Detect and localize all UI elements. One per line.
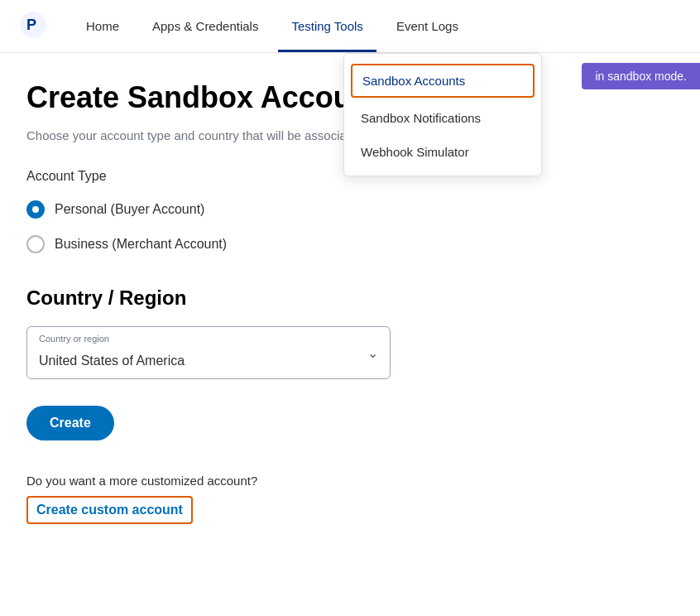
sandbox-mode-badge: in sandbox mode. (582, 63, 700, 89)
testing-tools-dropdown: Sandbox Accounts Sandbox Notifications W… (343, 53, 542, 176)
custom-account-link-wrapper: Create custom account (26, 496, 193, 524)
country-region-title: Country / Region (26, 286, 674, 310)
dropdown-item-sandbox-notifications[interactable]: Sandbox Notifications (344, 101, 541, 135)
radio-business[interactable]: Business (Merchant Account) (26, 235, 674, 253)
nav-item-event-logs[interactable]: Event Logs (383, 0, 472, 52)
radio-personal-label: Personal (Buyer Account) (55, 202, 204, 217)
radio-personal-circle (26, 200, 45, 219)
country-select[interactable]: Country or region United States of Ameri… (26, 326, 391, 379)
svg-text:P: P (26, 17, 36, 33)
nav-links: Home Apps & Credentials Testing Tools Ev… (73, 0, 472, 52)
radio-business-label: Business (Merchant Account) (55, 237, 227, 252)
custom-account-section: Do you want a more customized account? C… (26, 474, 674, 524)
dropdown-item-sandbox-accounts[interactable]: Sandbox Accounts (351, 64, 535, 98)
create-button[interactable]: Create (26, 406, 114, 440)
create-custom-account-link[interactable]: Create custom account (36, 503, 183, 517)
radio-business-circle (26, 235, 45, 253)
country-selected-value: United States of America (39, 354, 185, 368)
account-type-radio-group: Personal (Buyer Account) Business (Merch… (26, 200, 674, 253)
custom-account-text: Do you want a more customized account? (26, 474, 674, 488)
country-field-label: Country or region (39, 334, 109, 344)
nav-item-apps-credentials[interactable]: Apps & Credentials (139, 0, 271, 52)
nav-item-testing-tools[interactable]: Testing Tools (278, 0, 376, 52)
country-section: Country / Region Country or region Unite… (26, 286, 674, 379)
paypal-logo[interactable]: P (20, 12, 46, 41)
nav-item-home[interactable]: Home (73, 0, 132, 52)
navbar: P Home Apps & Credentials Testing Tools … (0, 0, 700, 53)
radio-personal[interactable]: Personal (Buyer Account) (26, 200, 674, 219)
chevron-down-icon: ⌄ (367, 345, 378, 361)
dropdown-item-webhook-simulator[interactable]: Webhook Simulator (344, 135, 541, 169)
